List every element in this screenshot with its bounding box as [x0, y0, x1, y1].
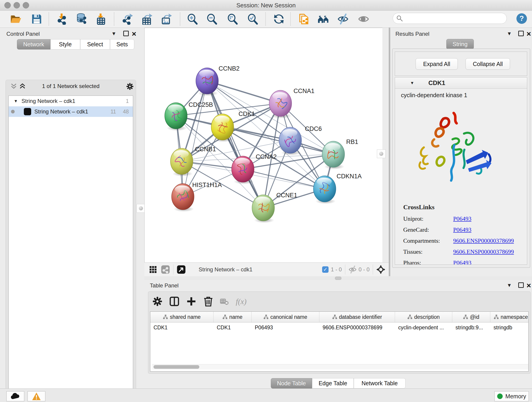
- control-panel-float-icon[interactable]: [123, 31, 129, 36]
- results-panel-collapse-icon[interactable]: ▼: [507, 31, 512, 36]
- column-header-shared-name[interactable]: shared name: [150, 312, 214, 322]
- horizontal-splitter-handle[interactable]: [335, 277, 341, 280]
- crosslink-link[interactable]: 9606.ENSP00000378699: [453, 249, 514, 255]
- table-cell[interactable]: CDK1: [150, 322, 214, 332]
- results-panel-float-icon[interactable]: [518, 31, 524, 36]
- view-share-icon[interactable]: [161, 265, 170, 274]
- collection-expander-icon[interactable]: ▼: [14, 99, 18, 104]
- expand-all-button[interactable]: Expand All: [416, 58, 458, 70]
- column-header-canonical-name[interactable]: canonical name: [252, 312, 319, 322]
- first-neighbors-icon[interactable]: [317, 13, 329, 25]
- left-splitter-handle[interactable]: [137, 204, 145, 213]
- control-panel-collapse-icon[interactable]: ▼: [111, 31, 116, 36]
- tab-sets[interactable]: Sets: [110, 39, 134, 50]
- right-splitter-handle[interactable]: [377, 149, 386, 158]
- network-edge[interactable]: [207, 81, 263, 208]
- table-row[interactable]: CDK1CDK1P064939606.ENSP00000378699cyclin…: [150, 322, 528, 332]
- network-node-RB1[interactable]: RB1: [322, 138, 358, 169]
- network-selection-status: 1 of 1 Network selected: [6, 83, 136, 89]
- save-session-icon[interactable]: [31, 13, 42, 25]
- fit-selected-icon[interactable]: [376, 265, 385, 274]
- zoom-in-icon[interactable]: [187, 13, 198, 25]
- network-row[interactable]: String Network – cdk1 11 48: [9, 106, 133, 117]
- search-input[interactable]: [405, 15, 507, 22]
- network-canvas[interactable]: CCNB2CCNA1CDC25BCDK1CDC6RB1CCNB1CCNA2CDK…: [144, 28, 382, 263]
- fit-content-icon[interactable]: [227, 13, 238, 25]
- crosslink-link[interactable]: 9606.ENSP00000378699: [453, 237, 514, 244]
- tab-network-table[interactable]: Network Table: [354, 378, 405, 389]
- crosslink-link[interactable]: P06493: [453, 259, 471, 265]
- open-file-icon[interactable]: [10, 13, 22, 25]
- table-cell[interactable]: stringdb:9...: [452, 322, 490, 332]
- collapse-all-button[interactable]: Collapse All: [466, 58, 510, 70]
- column-header-database-identifier[interactable]: database identifier: [319, 312, 395, 322]
- column-header-@id[interactable]: @id: [452, 312, 490, 322]
- control-panel-close-icon[interactable]: ×: [132, 31, 136, 37]
- selected-nodes-checkbox[interactable]: ✓: [322, 266, 329, 273]
- column-header-namespace[interactable]: namespace: [490, 312, 529, 322]
- network-options-gear-icon[interactable]: [126, 82, 134, 90]
- memory-status-dot: [497, 394, 503, 399]
- column-header-name[interactable]: name: [214, 312, 252, 322]
- entry-expander-icon[interactable]: ▼: [410, 81, 414, 85]
- table-cell[interactable]: cyclin-dependent ...: [395, 322, 452, 332]
- add-column-icon[interactable]: [186, 296, 197, 307]
- crosslink-link[interactable]: P06493: [453, 216, 471, 222]
- toolbar-separator: [180, 12, 180, 26]
- import-network-icon[interactable]: [56, 13, 68, 25]
- results-panel-close-icon[interactable]: ×: [526, 31, 531, 37]
- network-node-CDC6[interactable]: CDC6: [279, 125, 322, 155]
- export-image-icon[interactable]: [160, 13, 172, 25]
- tab-select[interactable]: Select: [80, 39, 110, 50]
- hide-selected-icon[interactable]: [337, 13, 349, 25]
- network-node-CCNB1[interactable]: CCNB1: [171, 146, 216, 177]
- delete-column-icon[interactable]: [203, 296, 214, 307]
- memory-button[interactable]: Memory: [494, 391, 529, 401]
- table-cell[interactable]: CDK1: [214, 322, 252, 332]
- copy-style-icon[interactable]: [298, 13, 309, 25]
- search-box[interactable]: [393, 13, 507, 24]
- table-panel-close-icon[interactable]: ×: [526, 282, 531, 288]
- zoom-out-icon[interactable]: [206, 13, 218, 25]
- zoom-selected-icon[interactable]: [247, 13, 259, 25]
- network-selection-row: 1 of 1 Network selected: [6, 82, 136, 91]
- column-header-description[interactable]: description: [395, 312, 452, 322]
- table-cell[interactable]: P06493: [252, 322, 319, 332]
- export-table-icon[interactable]: [141, 13, 152, 25]
- table-hscrollbar-thumb[interactable]: [153, 365, 199, 369]
- network-edge[interactable]: [183, 81, 207, 197]
- export-network-icon[interactable]: [121, 13, 133, 25]
- network-node-CDK1[interactable]: CDK1: [211, 110, 255, 142]
- crosslink-link[interactable]: P06493: [453, 226, 471, 233]
- table-panel-collapse-icon[interactable]: ▼: [507, 283, 512, 288]
- import-table-icon[interactable]: [95, 13, 107, 25]
- import-network-from-database-icon[interactable]: [76, 13, 87, 25]
- warning-button[interactable]: [27, 391, 45, 401]
- help-icon[interactable]: ?: [516, 13, 527, 24]
- cloud-button[interactable]: [6, 391, 24, 401]
- table-cell[interactable]: 9606.ENSP00000378699: [319, 322, 395, 332]
- network-node-HIST1H1A[interactable]: HIST1H1A: [172, 182, 222, 212]
- refresh-icon[interactable]: [273, 13, 285, 25]
- table-options-gear-icon[interactable]: [152, 296, 163, 307]
- tab-network[interactable]: Network: [17, 39, 51, 50]
- view-grid-icon[interactable]: [148, 265, 158, 274]
- table-panel-float-icon[interactable]: [518, 282, 524, 288]
- tab-node-table[interactable]: Node Table: [271, 378, 312, 389]
- table-hscrollbar[interactable]: [152, 364, 529, 370]
- network-node-CCNB2[interactable]: CCNB2: [196, 65, 240, 96]
- tab-edge-table[interactable]: Edge Table: [312, 378, 354, 389]
- network-collection-row[interactable]: ▼ String Network – cdk1 1: [9, 96, 133, 106]
- node-entry-header[interactable]: ▼ CDK1: [395, 77, 527, 89]
- network-node-CCNE1[interactable]: CCNE1: [252, 192, 298, 223]
- show-columns-icon[interactable]: [169, 296, 180, 307]
- show-all-icon[interactable]: [358, 13, 369, 25]
- tab-string[interactable]: String: [446, 39, 474, 49]
- cloud-icon: [10, 392, 20, 400]
- network-node-CDKN1A[interactable]: CDKN1A: [313, 173, 362, 204]
- birds-eye-view-icon[interactable]: [177, 265, 186, 274]
- network-tree: ▼ String Network – cdk1 1 String Network…: [8, 96, 133, 401]
- tab-style[interactable]: Style: [51, 39, 80, 50]
- hidden-items-icon[interactable]: [348, 265, 357, 274]
- table-cell[interactable]: stringdb: [490, 322, 529, 332]
